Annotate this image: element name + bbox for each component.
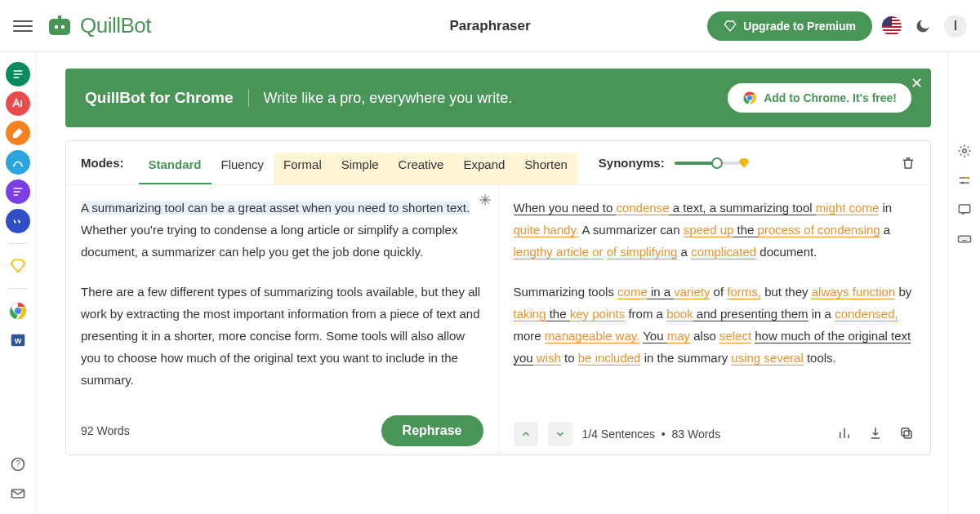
- svg-point-12: [747, 95, 752, 100]
- menu-icon[interactable]: [13, 16, 33, 36]
- theme-toggle[interactable]: [911, 15, 934, 38]
- next-sentence-button[interactable]: [548, 422, 572, 446]
- svg-point-5: [15, 308, 21, 314]
- slider-premium-icon: [738, 157, 750, 169]
- mode-tab-expand[interactable]: Expand: [453, 153, 514, 184]
- svg-rect-14: [902, 428, 909, 436]
- svg-point-15: [962, 149, 966, 153]
- output-text[interactable]: When you need to condense a text, a summ…: [514, 197, 916, 369]
- mode-tab-formal[interactable]: Formal: [274, 153, 332, 184]
- svg-rect-0: [49, 19, 70, 35]
- topbar: QuillBot Paraphraser Upgrade to Premium …: [0, 0, 980, 52]
- sidebar-summarizer-icon[interactable]: [6, 179, 30, 204]
- banner-title: QuillBot for Chrome: [85, 89, 249, 107]
- close-icon[interactable]: ✕: [908, 75, 924, 91]
- sidebar-premium-icon[interactable]: [6, 254, 30, 278]
- sidebar-mail-icon[interactable]: [6, 481, 30, 506]
- svg-point-1: [55, 24, 58, 28]
- page-title: Paraphraser: [449, 18, 530, 34]
- logo-text: QuillBot: [80, 13, 151, 38]
- input-text[interactable]: A summarizing tool can be a great asset …: [81, 197, 483, 391]
- mode-tab-shorten[interactable]: Shorten: [514, 153, 577, 184]
- svg-text:?: ?: [16, 459, 20, 468]
- freeze-words-icon[interactable]: [479, 193, 492, 206]
- svg-rect-19: [958, 236, 970, 242]
- bar-chart-icon: [837, 426, 852, 441]
- mode-tab-simple[interactable]: Simple: [332, 153, 389, 184]
- svg-point-16: [964, 177, 967, 179]
- mode-tab-creative[interactable]: Creative: [389, 153, 454, 184]
- chevron-down-icon: [555, 428, 566, 440]
- svg-rect-18: [959, 205, 970, 213]
- svg-rect-3: [58, 16, 61, 20]
- sidebar-cowriter-icon[interactable]: [6, 121, 30, 145]
- add-to-chrome-button[interactable]: Add to Chrome. It's free!: [728, 83, 911, 113]
- modes-label: Modes:: [81, 156, 124, 170]
- keyboard-icon[interactable]: [956, 230, 973, 248]
- rephrase-button[interactable]: Rephrase: [381, 415, 483, 446]
- feedback-icon[interactable]: [956, 201, 973, 219]
- tune-icon[interactable]: [956, 171, 973, 189]
- output-pane[interactable]: When you need to condense a text, a summ…: [499, 185, 931, 454]
- prev-sentence-button[interactable]: [514, 422, 538, 446]
- right-sidebar: [947, 52, 980, 514]
- banner-subtitle: Write like a pro, everywhere you write.: [264, 90, 513, 107]
- export-button[interactable]: [868, 426, 884, 442]
- trash-icon: [901, 156, 915, 171]
- svg-point-2: [61, 24, 65, 28]
- sidebar-help-icon[interactable]: ?: [6, 452, 30, 476]
- upgrade-button[interactable]: Upgrade to Premium: [707, 11, 872, 41]
- diamond-icon: [724, 20, 737, 33]
- promo-banner: QuillBot for Chrome Write like a pro, ev…: [65, 69, 931, 127]
- logo[interactable]: QuillBot: [47, 13, 151, 38]
- synonyms-slider[interactable]: [675, 162, 748, 165]
- sidebar-paraphraser-icon[interactable]: [6, 62, 30, 86]
- sidebar-plagiarism-icon[interactable]: [6, 150, 30, 175]
- sentence-counter: 1/4 Sentences • 83 Words: [582, 428, 721, 441]
- left-sidebar: W ?: [0, 52, 36, 514]
- download-icon: [868, 426, 883, 441]
- mode-tab-fluency[interactable]: Fluency: [212, 153, 274, 184]
- svg-point-17: [961, 182, 964, 184]
- copy-icon: [899, 426, 914, 441]
- upgrade-label: Upgrade to Premium: [743, 20, 856, 33]
- moon-icon: [915, 18, 931, 34]
- synonyms-label: Synonyms:: [599, 156, 665, 170]
- svg-text:W: W: [14, 337, 21, 345]
- chrome-icon: [742, 91, 757, 105]
- input-wordcount: 92 Words: [81, 424, 130, 437]
- sidebar-citation-icon[interactable]: [6, 209, 30, 233]
- chevron-up-icon: [520, 428, 532, 440]
- sidebar-word-icon[interactable]: W: [6, 328, 30, 352]
- settings-icon[interactable]: [956, 142, 973, 160]
- copy-button[interactable]: [899, 426, 915, 442]
- main-content: QuillBot for Chrome Write like a pro, ev…: [36, 52, 947, 514]
- mode-tab-standard[interactable]: Standard: [139, 153, 212, 184]
- banner-cta-label: Add to Chrome. It's free!: [764, 91, 897, 104]
- sidebar-chrome-icon[interactable]: [6, 299, 30, 323]
- logo-icon: [47, 14, 72, 38]
- statistics-button[interactable]: [837, 426, 853, 442]
- svg-rect-13: [904, 431, 911, 438]
- language-flag[interactable]: [882, 16, 902, 36]
- paraphraser-card: Modes: StandardFluencyFormalSimpleCreati…: [65, 140, 931, 455]
- delete-button[interactable]: [901, 156, 915, 171]
- input-pane[interactable]: A summarizing tool can be a great asset …: [66, 185, 499, 454]
- avatar[interactable]: I: [944, 15, 967, 38]
- card-header: Modes: StandardFluencyFormalSimpleCreati…: [66, 141, 930, 185]
- sidebar-grammar-icon[interactable]: [6, 91, 30, 116]
